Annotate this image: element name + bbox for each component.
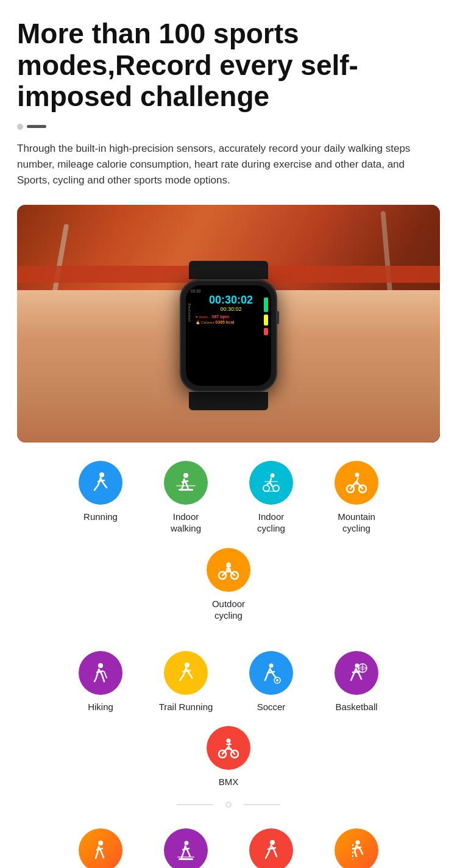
svg-point-16 — [98, 663, 103, 668]
svg-rect-7 — [264, 481, 278, 482]
sports-row-2: Hiking Trail Running — [17, 633, 440, 799]
svg-point-6 — [273, 485, 279, 491]
sport-basketball: Basketball — [314, 644, 399, 719]
svg-point-0 — [99, 472, 104, 477]
svg-point-32 — [356, 840, 360, 844]
svg-point-20 — [276, 679, 278, 681]
svg-point-17 — [185, 663, 190, 667]
sport-icon-mountain-cycling — [335, 461, 378, 505]
sport-walking: Walking — [58, 821, 143, 868]
svg-rect-8 — [264, 491, 278, 492]
svg-rect-29 — [179, 858, 193, 860]
sport-race-walking: RaceWalking — [228, 821, 314, 868]
sport-icon-race-walking — [249, 828, 293, 868]
watch-metrics: ♥ Heart... 087 bpm 🔥 Calories 0385 kcal — [196, 315, 266, 324]
sport-running: Running — [58, 454, 143, 541]
watch-calories: 🔥 Calories 0385 kcal — [196, 320, 266, 324]
sport-label-soccer: Soccer — [257, 701, 286, 713]
watch-strap-bottom — [189, 392, 268, 410]
sport-icon-outdoor-cycling — [207, 548, 250, 592]
watch-image: 09:30 Basketball 00:30:02 00:30:02 ♥ Hea… — [17, 205, 440, 443]
sport-indoor-walking: Indoorwalking — [143, 454, 228, 541]
sport-icon-basketball — [335, 651, 378, 695]
sport-icon-bmx — [207, 726, 250, 770]
sport-soccer: Soccer — [228, 644, 314, 719]
watch-small-time: 00:30:02 — [196, 306, 266, 312]
sports-row-1: Running Indoorwalking — [17, 443, 440, 633]
watch-sport-label: Basketball — [188, 304, 191, 322]
sport-icon-indoor-cycling — [249, 461, 293, 505]
svg-rect-30 — [177, 856, 194, 858]
sport-icon-treadmill — [164, 828, 208, 868]
sport-icon-trail-running — [164, 651, 208, 695]
svg-point-15 — [227, 562, 231, 566]
svg-point-28 — [185, 841, 189, 845]
dot-1 — [17, 124, 23, 130]
watch-body: 09:30 Basketball 00:30:02 00:30:02 ♥ Hea… — [180, 279, 277, 392]
watch-screen: 09:30 Basketball 00:30:02 00:30:02 ♥ Hea… — [186, 285, 271, 386]
svg-point-18 — [269, 663, 274, 667]
description-text: Through the built-in high-precision sens… — [17, 141, 440, 189]
svg-point-4 — [271, 473, 275, 477]
svg-point-9 — [355, 472, 360, 477]
sport-icon-walking — [79, 828, 122, 868]
page: More than 100 sports modes,Record every … — [0, 0, 457, 868]
sport-label-hiking: Hiking — [88, 701, 113, 713]
sport-label-bmx: BMX — [219, 776, 239, 788]
dots-indicator — [17, 124, 440, 130]
sports-row-3: Walking Treadmill — [17, 810, 440, 868]
sport-indoor-cycling: Indoorcycling — [228, 454, 314, 541]
sport-rock-climbing: RockClimbing — [314, 821, 399, 868]
watch-body-wrapper: 09:30 Basketball 00:30:02 00:30:02 ♥ Hea… — [180, 261, 277, 410]
svg-point-27 — [98, 841, 103, 845]
watch-big-time: 00:30:02 — [196, 294, 266, 305]
sport-mountain-cycling: Mountaincycling — [314, 454, 399, 541]
sport-icon-soccer — [249, 651, 293, 695]
sport-hiking: Hiking — [58, 644, 143, 719]
svg-point-31 — [270, 840, 275, 845]
sport-label-outdoor-cycling: Outdoorcycling — [212, 598, 245, 622]
watch-bars — [264, 297, 268, 335]
sport-label-basketball: Basketball — [335, 701, 377, 713]
sport-treadmill: Treadmill — [143, 821, 228, 868]
svg-point-1 — [183, 473, 188, 478]
sport-bmx: BMX — [186, 719, 271, 794]
svg-point-24 — [227, 739, 231, 743]
sport-label-running: Running — [83, 511, 118, 523]
watch-heart: ♥ Heart... 087 bpm — [196, 315, 266, 319]
connector-lines — [17, 799, 440, 810]
sport-trail-running: Trail Running — [143, 644, 228, 719]
sport-label-mountain-cycling: Mountaincycling — [338, 511, 375, 535]
sport-icon-hiking — [79, 651, 122, 695]
sport-outdoor-cycling: Outdoorcycling — [186, 541, 271, 628]
sport-icon-indoor-walking — [164, 461, 208, 505]
svg-point-5 — [263, 485, 269, 491]
sport-icon-running — [79, 461, 122, 505]
headline: More than 100 sports modes,Record every … — [17, 18, 440, 113]
watch-crown — [276, 311, 279, 324]
watch-strap-top — [189, 261, 268, 279]
sport-label-indoor-walking: Indoorwalking — [171, 511, 201, 535]
dot-dash — [27, 125, 46, 128]
sport-label-indoor-cycling: Indoorcycling — [257, 511, 285, 535]
svg-rect-3 — [176, 485, 196, 486]
sport-label-trail-running: Trail Running — [159, 701, 213, 713]
watch-time-display: 09:30 — [191, 289, 266, 293]
sport-icon-rock-climbing — [335, 828, 378, 868]
